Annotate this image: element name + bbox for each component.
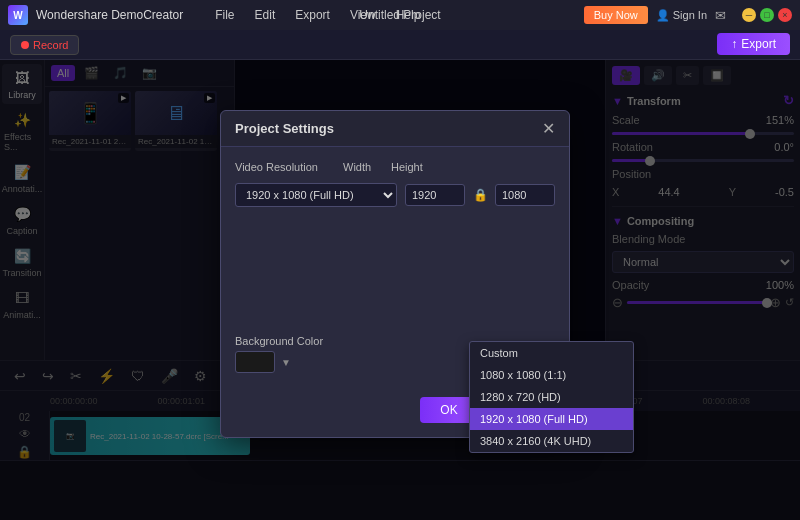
titlebar-right: Buy Now 👤 Sign In ✉ ─ □ × xyxy=(584,6,792,24)
dropdown-spacer xyxy=(235,217,555,327)
menu-edit[interactable]: Edit xyxy=(251,6,280,24)
color-dropdown-arrow[interactable]: ▼ xyxy=(281,357,291,368)
dialog-body: Video Resolution Width Height 1920 x 108… xyxy=(221,147,569,387)
dropdown-item-hd[interactable]: 1280 x 720 (HD) xyxy=(470,386,633,408)
dropdown-item-4k[interactable]: 3840 x 2160 (4K UHD) xyxy=(470,430,633,452)
dropdown-item-custom[interactable]: Custom xyxy=(470,342,633,364)
resolution-row: Video Resolution Width Height xyxy=(235,161,555,173)
app-name: Wondershare DemoCreator xyxy=(36,8,183,22)
lock-icon: 🔒 xyxy=(473,188,487,202)
mail-icon[interactable]: ✉ xyxy=(715,8,726,23)
color-preview[interactable] xyxy=(235,351,275,373)
dialog-close-button[interactable]: ✕ xyxy=(542,119,555,138)
resolution-dropdown: Custom 1080 x 1080 (1:1) 1280 x 720 (HD)… xyxy=(469,341,634,453)
record-button[interactable]: Record xyxy=(10,35,79,55)
project-title: Untitled Project xyxy=(359,8,440,22)
app-body: 🖼 Library ✨ Effects S... 📝 Annotati... 💬… xyxy=(0,60,800,520)
secondary-toolbar: Record ↑ Export xyxy=(0,30,800,60)
dropdown-item-1080sq[interactable]: 1080 x 1080 (1:1) xyxy=(470,364,633,386)
width-input[interactable] xyxy=(405,184,465,206)
width-label: Width xyxy=(343,161,383,173)
height-label: Height xyxy=(391,161,431,173)
user-icon: 👤 xyxy=(656,9,670,22)
record-dot xyxy=(21,41,29,49)
export-icon: ↑ xyxy=(731,37,737,51)
dropdown-item-fullhd[interactable]: 1920 x 1080 (Full HD) xyxy=(470,408,633,430)
minimize-button[interactable]: ─ xyxy=(742,8,756,22)
resolution-label: Video Resolution xyxy=(235,161,335,173)
maximize-button[interactable]: □ xyxy=(760,8,774,22)
app-logo: W xyxy=(8,5,28,25)
sign-in-button[interactable]: 👤 Sign In xyxy=(656,9,707,22)
height-input[interactable] xyxy=(495,184,555,206)
titlebar: W Wondershare DemoCreator File Edit Expo… xyxy=(0,0,800,30)
window-controls: ─ □ × xyxy=(742,8,792,22)
buy-now-button[interactable]: Buy Now xyxy=(584,6,648,24)
dialog-title: Project Settings xyxy=(235,121,334,136)
menu-export[interactable]: Export xyxy=(291,6,334,24)
resolution-select[interactable]: 1920 x 1080 (Full HD) xyxy=(235,183,397,207)
project-settings-dialog: Project Settings ✕ Video Resolution Widt… xyxy=(220,110,570,438)
menu-file[interactable]: File xyxy=(211,6,238,24)
export-button[interactable]: ↑ Export xyxy=(717,33,790,55)
resolution-input-row: 1920 x 1080 (Full HD) 🔒 xyxy=(235,183,555,207)
dialog-header: Project Settings ✕ xyxy=(221,111,569,147)
close-button[interactable]: × xyxy=(778,8,792,22)
